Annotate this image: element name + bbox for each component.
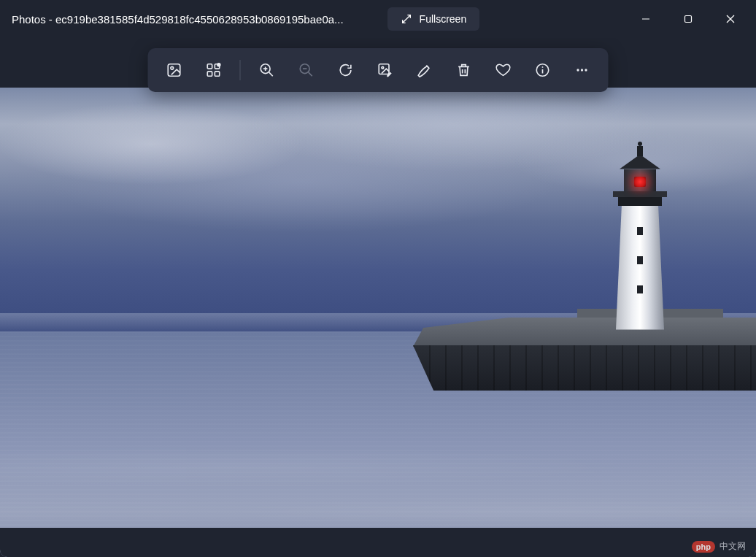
svg-point-19 [382, 66, 384, 69]
edit-image-button[interactable] [366, 53, 404, 88]
delete-icon [456, 62, 472, 78]
favorite-icon [495, 62, 512, 78]
svg-line-12 [269, 72, 273, 76]
toolbar-divider [240, 60, 241, 80]
rotate-button[interactable] [327, 53, 365, 88]
zoom-in-button[interactable] [248, 53, 286, 88]
photo-lighthouse [608, 149, 672, 330]
delete-button[interactable] [445, 53, 483, 88]
photo-toolbar [148, 48, 609, 92]
edit-image-icon [377, 62, 393, 78]
photo-bottom-margin [0, 528, 756, 557]
svg-rect-1 [685, 16, 692, 23]
minimize-icon [641, 15, 650, 23]
fullscreen-label: Fullscreen [420, 13, 467, 25]
svg-rect-8 [207, 72, 212, 76]
zoom-in-icon [259, 62, 275, 78]
info-button[interactable] [524, 53, 562, 88]
close-icon [726, 15, 735, 23]
window-title: Photos - ec919be381585f4d529818fc4550628… [12, 13, 344, 26]
favorite-button[interactable] [485, 53, 522, 88]
apps-icon [206, 62, 222, 78]
zoom-out-icon [298, 62, 315, 78]
photo-viewport[interactable] [0, 88, 756, 557]
svg-rect-9 [215, 72, 219, 76]
titlebar: Photos - ec919be381585f4d529818fc4550628… [0, 0, 756, 38]
watermark: php 中文网 [692, 540, 746, 553]
svg-point-24 [542, 66, 544, 68]
info-icon [535, 62, 551, 78]
gallery-button[interactable] [155, 53, 193, 88]
fullscreen-icon [401, 13, 412, 25]
rotate-icon [338, 62, 354, 78]
more-icon [574, 62, 590, 78]
watermark-text: 中文网 [720, 540, 746, 553]
draw-icon [417, 62, 433, 78]
close-button[interactable] [709, 4, 752, 34]
minimize-button[interactable] [625, 4, 667, 34]
apps-button[interactable] [195, 53, 233, 88]
content-area: php 中文网 [0, 38, 756, 557]
more-button[interactable] [563, 53, 601, 88]
fullscreen-button[interactable]: Fullscreen [387, 7, 480, 31]
svg-point-5 [171, 66, 174, 69]
svg-point-27 [585, 69, 587, 71]
gallery-icon [166, 62, 182, 78]
zoom-out-button [288, 53, 325, 88]
maximize-button[interactable] [667, 4, 709, 34]
svg-point-25 [576, 69, 579, 71]
svg-line-16 [309, 72, 312, 76]
draw-button[interactable] [406, 53, 444, 88]
svg-point-26 [581, 69, 583, 71]
window-controls [625, 4, 752, 34]
svg-point-10 [217, 63, 221, 67]
maximize-icon [684, 15, 693, 23]
photo-pier [413, 318, 756, 391]
svg-rect-4 [168, 64, 180, 77]
svg-rect-6 [207, 64, 212, 69]
watermark-badge: php [692, 541, 715, 553]
